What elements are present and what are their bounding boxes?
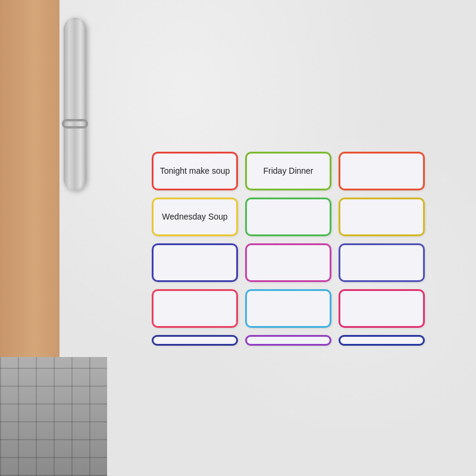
labels-grid: Tonight make soupFriday DinnerWednesday …	[152, 152, 425, 346]
label-11[interactable]	[245, 289, 331, 328]
label-1[interactable]: Tonight make soup	[152, 152, 238, 190]
handle-ring	[62, 119, 88, 129]
label-13[interactable]	[152, 335, 238, 346]
label-9[interactable]	[339, 243, 425, 282]
label-10[interactable]	[152, 289, 238, 328]
label-2[interactable]: Friday Dinner	[245, 152, 331, 190]
fridge-handle	[64, 18, 86, 190]
floor-tiles	[0, 357, 107, 476]
label-4[interactable]: Wednesday Soup	[152, 198, 238, 236]
label-12[interactable]	[339, 289, 425, 328]
label-3[interactable]	[339, 152, 425, 190]
label-5[interactable]	[245, 198, 331, 236]
label-6[interactable]	[339, 198, 425, 236]
label-14[interactable]	[245, 335, 331, 346]
label-8[interactable]	[245, 243, 331, 282]
label-15[interactable]	[339, 335, 425, 346]
floor-area	[0, 357, 107, 476]
label-7[interactable]	[152, 243, 238, 282]
